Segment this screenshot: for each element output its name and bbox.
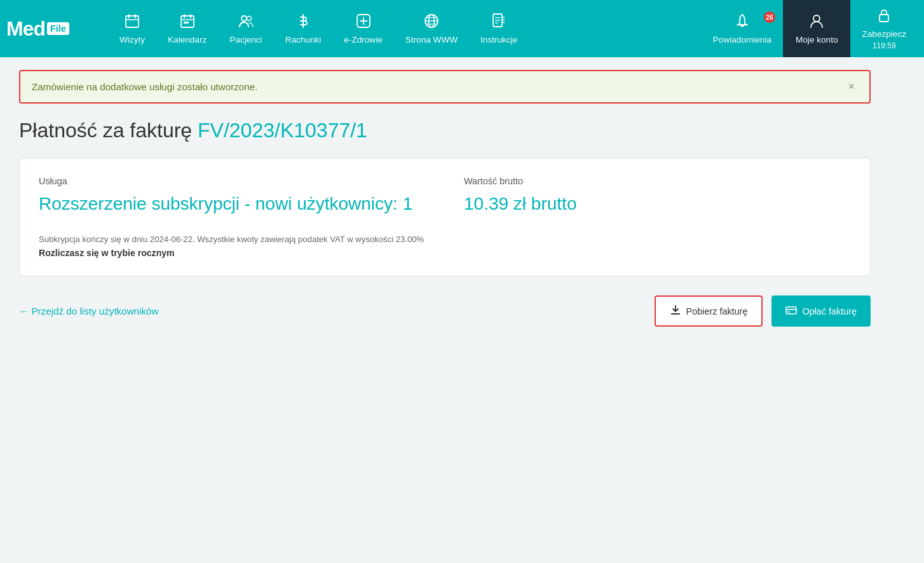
nav-zabezpiecz[interactable]: Zabezpiecz 119:59 xyxy=(850,2,918,55)
nav-label-strona-www: Strona WWW xyxy=(405,35,458,44)
notifications-label: Powiadomienia xyxy=(713,35,771,44)
nav-notifications[interactable]: 26 Powiadomienia xyxy=(702,8,783,49)
main-content: Zamówienie na dodatkowe usługi zostało u… xyxy=(0,57,890,339)
lock-icon xyxy=(876,7,892,26)
logo[interactable]: Med File xyxy=(6,17,95,41)
download-label: Pobierz fakturę xyxy=(686,306,748,316)
amount-label: Wartość brutto xyxy=(464,176,851,186)
nav-label-pacjenci: Pacjenci xyxy=(229,35,262,44)
page-title: Płatność za fakturę FV/2023/K10377/1 xyxy=(19,119,871,142)
bell-icon xyxy=(734,13,751,32)
invoice-card: Usługa Rozszerzenie subskrypcji - nowi u… xyxy=(19,158,871,276)
svg-rect-32 xyxy=(786,307,796,314)
nav-item-kalendarz[interactable]: Kalendarz xyxy=(156,8,218,49)
nav-label-kalendarz: Kalendarz xyxy=(168,35,207,44)
nav-item-rachunki[interactable]: Rachunki xyxy=(274,8,333,49)
navbar: Med File Wizyty Kalendarz Pacjenci Rac xyxy=(0,0,924,57)
svg-rect-0 xyxy=(126,16,139,27)
action-buttons: Pobierz fakturę Opłać fakturę xyxy=(655,295,871,327)
user-icon xyxy=(808,13,825,32)
svg-rect-8 xyxy=(184,22,186,24)
svg-rect-34 xyxy=(787,311,790,313)
download-icon xyxy=(670,304,681,318)
actions-row: ← Przejdź do listy użytkowników Pobierz … xyxy=(19,295,871,327)
alert-message: Zamówienie na dodatkowe usługi zostało u… xyxy=(32,81,257,92)
pay-label: Opłać fakturę xyxy=(802,306,857,316)
service-label: Usługa xyxy=(39,176,426,186)
nav-item-instrukcje[interactable]: Instrukcje xyxy=(469,8,529,49)
nav-right: 26 Powiadomienia Moje konto Zabezpiecz 1… xyxy=(702,0,918,57)
alert-success: Zamówienie na dodatkowe usługi zostało u… xyxy=(19,70,871,104)
nav-label-e-zdrowie: e-Zdrowie xyxy=(344,35,382,44)
service-value: Rozszerzenie subskrypcji - nowi użytkown… xyxy=(39,193,426,215)
pacjenci-icon xyxy=(238,13,254,32)
nav-label-instrukcje: Instrukcje xyxy=(480,35,517,44)
moje-konto-label: Moje konto xyxy=(796,35,838,44)
zabezpiecz-time: 119:59 xyxy=(873,41,896,50)
rachunki-icon xyxy=(295,13,311,32)
invoice-col-amount: Wartość brutto 10.39 zł brutto xyxy=(464,176,851,215)
svg-point-29 xyxy=(813,15,820,22)
svg-rect-30 xyxy=(880,15,888,22)
nav-item-pacjenci[interactable]: Pacjenci xyxy=(218,8,273,49)
svg-point-11 xyxy=(247,17,251,21)
download-invoice-button[interactable]: Pobierz fakturę xyxy=(655,295,763,327)
pay-invoice-button[interactable]: Opłać fakturę xyxy=(771,295,871,327)
back-link[interactable]: ← Przejdź do listy użytkowników xyxy=(19,306,158,316)
invoice-columns: Usługa Rozszerzenie subskrypcji - nowi u… xyxy=(39,176,851,215)
nav-item-e-zdrowie[interactable]: e-Zdrowie xyxy=(332,8,393,49)
kalendarz-icon xyxy=(179,13,196,32)
instrukcje-icon xyxy=(491,13,507,32)
strona-www-icon xyxy=(423,13,440,32)
invoice-col-service: Usługa Rozszerzenie subskrypcji - nowi u… xyxy=(39,176,426,215)
zabezpiecz-label: Zabezpiecz xyxy=(862,29,906,39)
nav-items: Wizyty Kalendarz Pacjenci Rachunki e-Zdr… xyxy=(108,8,702,49)
wizyty-icon xyxy=(124,13,140,32)
page-title-invoice: FV/2023/K10377/1 xyxy=(198,119,367,142)
pay-icon xyxy=(785,304,797,318)
page-title-static: Płatność za fakturę xyxy=(19,119,192,142)
invoice-footer-mode: Rozliczasz się w trybie rocznym xyxy=(39,248,851,258)
svg-rect-9 xyxy=(186,22,189,24)
nav-item-wizyty[interactable]: Wizyty xyxy=(108,8,156,49)
nav-moje-konto[interactable]: Moje konto xyxy=(783,0,851,57)
nav-label-rachunki: Rachunki xyxy=(285,35,322,44)
logo-med-text: Med xyxy=(6,17,45,41)
amount-value: 10.39 zł brutto xyxy=(464,193,851,215)
alert-close-button[interactable]: × xyxy=(845,80,858,93)
nav-item-strona-www[interactable]: Strona WWW xyxy=(394,8,469,49)
invoice-footer-info: Subkrypcja kończy się w dniu 2024-06-22.… xyxy=(39,234,851,244)
e-zdrowie-icon xyxy=(355,13,372,32)
svg-point-10 xyxy=(241,16,247,21)
notification-badge: 26 xyxy=(764,11,775,23)
nav-label-wizyty: Wizyty xyxy=(119,35,145,44)
logo-file-text: File xyxy=(47,22,69,35)
svg-rect-31 xyxy=(671,313,680,315)
